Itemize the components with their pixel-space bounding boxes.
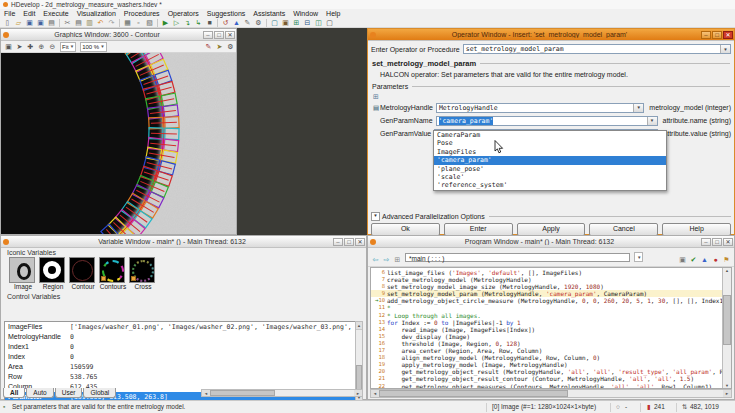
profile-icon[interactable]: ▲: [699, 255, 710, 264]
breakpoint-icon[interactable]: ●: [710, 255, 721, 264]
code-line-17[interactable]: 17 area_center (Region, Area, Row, Colum…: [371, 347, 722, 354]
menu-item-suggestions[interactable]: Suggestions: [203, 9, 250, 18]
variable-tab-all[interactable]: All: [3, 388, 25, 398]
param-combo-metrologyhandle[interactable]: MetrologyHandle▼: [436, 103, 644, 113]
maximize-button[interactable]: □: [344, 238, 354, 246]
variable-tab-global[interactable]: Global: [83, 388, 116, 398]
menu-item-help[interactable]: Help: [322, 9, 344, 18]
iconic-variable-cross[interactable]: Cross: [129, 257, 157, 290]
fit-zoom-combo[interactable]: Fit ▼: [60, 42, 76, 52]
variable-row-index1[interactable]: Index10: [5, 342, 355, 352]
dropdown-item-4[interactable]: 'plane_pose': [434, 165, 666, 173]
graphics-settings-icon[interactable]: ⚙: [225, 42, 236, 51]
navigate-forward-icon[interactable]: ⇨: [381, 255, 392, 264]
roi-tool-icon[interactable]: ▣: [3, 42, 14, 51]
variable-tab-auto[interactable]: Auto: [26, 388, 53, 398]
code-line-10[interactable]: →10add_metrology_object_circle_measure (…: [371, 297, 722, 304]
code-line-18[interactable]: 18 align_metrology_model (MetrologyHandl…: [371, 354, 722, 361]
code-line-20[interactable]: 20 get_metrology_object_result (Metrolog…: [371, 368, 722, 375]
menu-item-execute[interactable]: Execute: [39, 9, 72, 18]
scroll-up-icon[interactable]: ▲: [356, 322, 362, 330]
dropdown-item-6[interactable]: 'reference_system': [434, 181, 666, 189]
scroll-left-icon[interactable]: ◄: [202, 390, 210, 396]
variable-row-area[interactable]: Area150599: [5, 362, 355, 372]
step-over-icon[interactable]: ▷: [171, 18, 182, 27]
open-variable-window-icon[interactable]: ▣: [280, 18, 291, 27]
run-icon[interactable]: ▶: [160, 18, 171, 27]
close-button[interactable]: ✕: [723, 31, 733, 39]
undo-icon[interactable]: ↶: [95, 18, 106, 27]
menu-item-file[interactable]: File: [0, 9, 19, 18]
variables-hscrollbar[interactable]: ◄ ►: [201, 389, 363, 397]
open-program-window-icon[interactable]: ⊟: [302, 18, 313, 27]
zoom-percent-combo[interactable]: 100 % ▼: [80, 42, 106, 52]
scroll-down-icon[interactable]: ▼: [723, 383, 731, 388]
arrange-windows-icon[interactable]: ◫: [313, 18, 324, 27]
menu-item-assistants[interactable]: Assistants: [249, 9, 289, 18]
variable-window-titlebar[interactable]: Variable Window - main* () - Main Thread…: [1, 236, 366, 248]
chevron-down-icon[interactable]: ▼: [633, 104, 643, 112]
cut-icon[interactable]: ✂: [62, 18, 73, 27]
advanced-options-label[interactable]: Advanced Parallelization Options: [382, 213, 485, 220]
variable-row-row[interactable]: Row538.765: [5, 372, 355, 382]
fullscreen-icon[interactable]: ▢: [324, 18, 335, 27]
pan-tool-icon[interactable]: ✚: [25, 42, 36, 51]
iconic-variable-contours[interactable]: Contours: [99, 257, 127, 290]
iconic-variable-contour[interactable]: Contour: [69, 257, 97, 290]
dock-icon[interactable]: ⊞: [373, 93, 734, 101]
reset-program-icon[interactable]: ↺: [220, 18, 231, 27]
variable-row-index[interactable]: Index0: [5, 352, 355, 362]
variable-row-metrologyhandle[interactable]: MetrologyHandle0: [5, 332, 355, 342]
dropdown-item-0[interactable]: CameraParam: [434, 131, 666, 139]
export-icon[interactable]: ▤: [46, 18, 57, 27]
minimize-button[interactable]: –: [701, 31, 711, 39]
menu-item-edit[interactable]: Edit: [19, 9, 39, 18]
maximize-button[interactable]: □: [712, 31, 722, 39]
step-out-icon[interactable]: ↳: [193, 18, 204, 27]
pointer-tool-icon[interactable]: ➤: [14, 42, 25, 51]
navigate-back-icon[interactable]: ⇦: [370, 255, 381, 264]
save-all-icon[interactable]: ▣: [35, 18, 46, 27]
dropdown-item-1[interactable]: Pose: [434, 139, 666, 147]
code-line-22[interactable]: 22 get_metrology_object_measures (Contou…: [371, 383, 722, 389]
screenshot-icon[interactable]: ▧: [144, 18, 155, 27]
menu-item-visualization[interactable]: Visualization: [73, 9, 120, 18]
save-program-icon[interactable]: ▣: [24, 18, 35, 27]
dropdown-item-3[interactable]: 'camera_param': [434, 156, 666, 164]
bookmark-icon[interactable]: ⚑: [721, 255, 732, 264]
code-line-8[interactable]: 8set_metrology_model_image_size (Metrolo…: [371, 283, 722, 290]
code-line-12[interactable]: 12* Loop through all images.: [371, 312, 722, 319]
draw-tool-icon[interactable]: ✎: [203, 42, 214, 51]
copy-icon[interactable]: ▤: [73, 18, 84, 27]
open-graphics-window-icon[interactable]: ▢: [269, 18, 280, 27]
iconic-variable-image[interactable]: Image: [9, 257, 37, 290]
zoom-out-icon[interactable]: ⊖: [47, 42, 58, 51]
code-line-16[interactable]: 16 threshold (Image, Region, 0, 128): [371, 340, 722, 347]
procedure-dropdown[interactable]: ▼: [634, 252, 643, 262]
minimize-button[interactable]: –: [701, 238, 711, 246]
code-line-7[interactable]: 7create_metrology_model (MetrologyHandle…: [371, 276, 722, 283]
maximize-button[interactable]: □: [214, 31, 224, 39]
graphics-window-titlebar[interactable]: Graphics Window: 3600 - Contour – □ ✕: [1, 29, 236, 41]
chevron-down-icon[interactable]: ▼: [720, 45, 730, 53]
menu-item-operators[interactable]: Operators: [164, 9, 203, 18]
menu-item-window[interactable]: Window: [289, 9, 322, 18]
code-vscrollbar[interactable]: ▲ ▼: [722, 268, 731, 388]
code-line-19[interactable]: 19 apply_metrology_model (Image, Metrolo…: [371, 361, 722, 368]
close-button[interactable]: ✕: [355, 238, 365, 246]
new-program-icon[interactable]: ▯: [2, 18, 13, 27]
check-syntax-icon[interactable]: ✔: [688, 255, 699, 264]
code-line-15[interactable]: 15 dev_display (Image): [371, 333, 722, 340]
code-line-14[interactable]: 14 read_image (Image, ImageFiles[Index]): [371, 326, 722, 333]
variable-tab-user[interactable]: User: [55, 388, 83, 398]
code-editor[interactable]: 6list_image_files ('Images', 'default', …: [370, 267, 732, 389]
profiler-icon[interactable]: ▲: [231, 18, 242, 27]
minimize-button[interactable]: –: [203, 31, 213, 39]
minimize-button[interactable]: –: [333, 238, 343, 246]
code-line-6[interactable]: 6list_image_files ('Images', 'default', …: [371, 269, 722, 276]
graphics-canvas[interactable]: [1, 53, 236, 234]
program-window-titlebar[interactable]: Program Window - main* () - Main Thread:…: [368, 236, 734, 248]
close-button[interactable]: ✕: [723, 238, 733, 246]
code-hscrollbar[interactable]: ◄ ►: [370, 389, 732, 398]
code-line-11[interactable]: 11*: [371, 304, 722, 311]
